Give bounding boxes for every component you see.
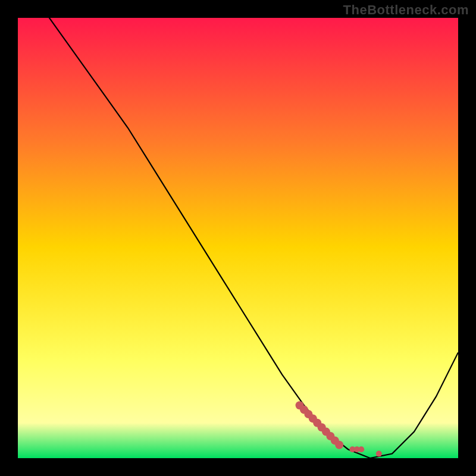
marker-dot <box>376 451 382 457</box>
gradient-background <box>18 18 458 458</box>
marker-dot <box>335 441 343 449</box>
chart-frame: TheBottleneck.com <box>0 0 476 476</box>
marker-dot <box>358 446 364 452</box>
chart-svg <box>18 18 458 458</box>
plot-area <box>18 18 458 458</box>
watermark-text: TheBottleneck.com <box>343 2 469 18</box>
